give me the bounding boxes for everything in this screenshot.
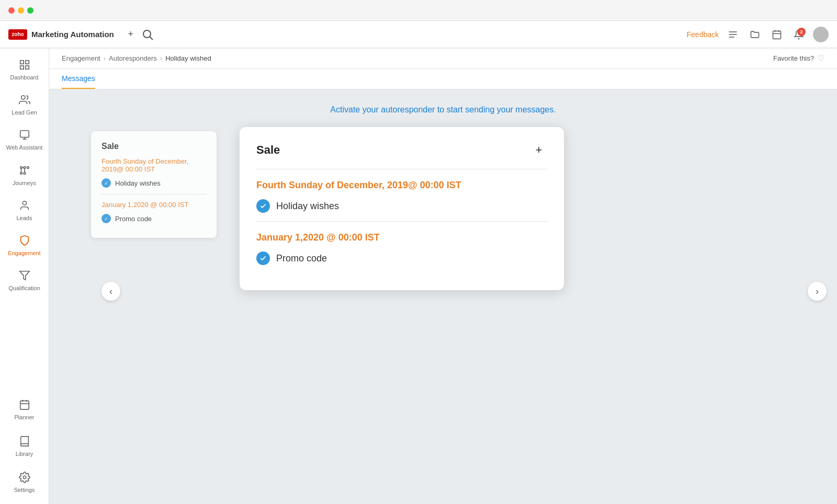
sidebar-item-label-web-assistant: Web Assistant <box>6 144 43 151</box>
modal-header: Sale + <box>256 142 547 158</box>
sidebar-item-label-dashboard: Dashboard <box>10 74 39 81</box>
leads-icon <box>17 198 32 213</box>
sidebar-item-lead-gen[interactable]: Lead Gen <box>3 87 47 121</box>
svg-rect-5 <box>773 31 781 39</box>
content-area: Activate your autoresponder to start sen… <box>49 89 837 493</box>
modal-title: Sale <box>256 143 280 157</box>
background-card: Sale Fourth Sunday of December, 2019@ 00… <box>91 131 217 238</box>
sidebar-item-label-engagement: Engagement <box>8 250 40 257</box>
svg-point-17 <box>20 166 22 168</box>
bg-card-item-1: ✓ Holiday wishes <box>101 178 206 188</box>
journeys-icon <box>17 163 32 178</box>
zoho-logo-text: zoho <box>12 31 24 37</box>
logo-area: zoho Marketing Automation <box>8 29 114 40</box>
svg-point-25 <box>22 201 26 205</box>
breadcrumb-autoresponders[interactable]: Autoresponders <box>109 54 157 62</box>
feedback-button[interactable]: Feedback <box>687 30 719 39</box>
svg-marker-26 <box>19 271 29 280</box>
sidebar-item-journeys[interactable]: Journeys <box>3 158 47 192</box>
svg-point-18 <box>24 166 26 168</box>
top-nav-right: Feedback 2 <box>687 27 829 42</box>
app-name: Marketing Automation <box>31 30 114 39</box>
modal-section-date-2: January 1,2020 @ 00:00 IST <box>256 232 547 243</box>
next-arrow-icon: › <box>816 286 819 297</box>
sidebar: Dashboard Lead Gen Web Assistant Journey… <box>0 48 49 504</box>
modal-section-date-1: Fourth Sunday of December, 2019@ 00:00 I… <box>256 180 547 191</box>
svg-line-1 <box>150 37 153 40</box>
bg-card-title: Sale <box>101 142 206 151</box>
svg-point-31 <box>23 476 26 479</box>
prev-arrow-icon: ‹ <box>109 286 112 297</box>
svg-point-13 <box>21 96 25 99</box>
add-button[interactable]: + <box>122 26 139 43</box>
search-button[interactable] <box>139 26 156 43</box>
bg-card-divider <box>101 194 206 194</box>
check-icon-promo-lg <box>256 251 270 265</box>
svg-rect-14 <box>20 131 29 138</box>
svg-point-20 <box>20 172 22 174</box>
notification-count: 2 <box>797 28 806 36</box>
modal-section-divider <box>256 221 547 222</box>
sidebar-item-label-planner: Planner <box>15 414 35 421</box>
svg-rect-12 <box>20 66 23 69</box>
planner-icon <box>17 397 32 412</box>
sidebar-item-leads[interactable]: Leads <box>3 193 47 227</box>
minimize-button[interactable] <box>18 7 24 14</box>
close-button[interactable] <box>8 7 15 14</box>
sidebar-bottom: Planner Library Settings <box>3 392 47 500</box>
sidebar-item-label-settings: Settings <box>14 487 35 494</box>
sidebar-item-label-lead-gen: Lead Gen <box>12 109 37 116</box>
maximize-button[interactable] <box>27 7 33 14</box>
svg-rect-9 <box>20 61 23 64</box>
qualification-icon <box>17 268 32 283</box>
breadcrumb-sep-2: › <box>160 54 162 62</box>
breadcrumb: Engagement › Autoresponders › Holiday wi… <box>62 54 211 62</box>
svg-point-0 <box>143 30 151 38</box>
bg-card-item-label-2: Promo code <box>115 215 152 223</box>
svg-rect-10 <box>25 61 28 64</box>
main-content: Engagement › Autoresponders › Holiday wi… <box>49 48 837 504</box>
sidebar-item-engagement[interactable]: Engagement <box>3 228 47 262</box>
next-arrow[interactable]: › <box>808 282 827 301</box>
favorite-text: Favorite this? <box>773 54 814 62</box>
settings-icon <box>17 470 32 485</box>
list-view-button[interactable] <box>725 27 741 42</box>
sidebar-item-settings[interactable]: Settings <box>3 465 47 499</box>
title-bar <box>0 0 837 21</box>
sidebar-item-label-leads: Leads <box>17 215 32 222</box>
tab-messages[interactable]: Messages <box>62 69 95 89</box>
sidebar-item-label-library: Library <box>16 451 33 457</box>
sidebar-item-web-assistant[interactable]: Web Assistant <box>3 122 47 156</box>
modal-item-label-holiday: Holiday wishes <box>276 201 339 212</box>
traffic-lights <box>8 7 33 14</box>
zoho-logo: zoho <box>8 29 27 40</box>
sidebar-item-dashboard[interactable]: Dashboard <box>3 52 47 86</box>
sidebar-item-library[interactable]: Library <box>3 429 47 463</box>
favorite-button[interactable]: Favorite this? ♡ <box>773 53 824 63</box>
calendar-button[interactable] <box>769 27 785 42</box>
bg-card-date-1: Fourth Sunday of December, 2019@ 00:00 I… <box>101 157 206 173</box>
bg-card-date-2: January 1,2020 @ 00:00 IST <box>101 201 206 209</box>
svg-point-19 <box>27 166 29 168</box>
user-avatar[interactable] <box>813 27 829 42</box>
modal-add-button[interactable]: + <box>530 142 547 158</box>
breadcrumb-bar: Engagement › Autoresponders › Holiday wi… <box>49 48 837 69</box>
sidebar-item-qualification[interactable]: Qualification <box>3 263 47 297</box>
breadcrumb-engagement[interactable]: Engagement <box>62 54 100 62</box>
breadcrumb-sep-1: › <box>104 54 106 62</box>
svg-rect-27 <box>20 401 29 410</box>
folder-button[interactable] <box>747 27 763 42</box>
sidebar-item-planner[interactable]: Planner <box>3 392 47 426</box>
check-icon-holiday-lg <box>256 199 270 213</box>
activate-notice: Activate your autoresponder to start sen… <box>62 105 824 114</box>
lead-gen-icon <box>17 93 32 107</box>
bg-card-item-2: ✓ Promo code <box>101 214 206 223</box>
engagement-icon <box>17 233 32 248</box>
heart-icon: ♡ <box>817 53 824 63</box>
prev-arrow[interactable]: ‹ <box>101 282 120 301</box>
modal-item-promo: Promo code <box>256 251 547 265</box>
notification-bell[interactable]: 2 <box>791 27 807 42</box>
top-nav: zoho Marketing Automation + Feedback <box>0 21 837 48</box>
modal-card: Sale + Fourth Sunday of December, 2019@ … <box>240 127 564 290</box>
library-icon <box>17 434 32 449</box>
